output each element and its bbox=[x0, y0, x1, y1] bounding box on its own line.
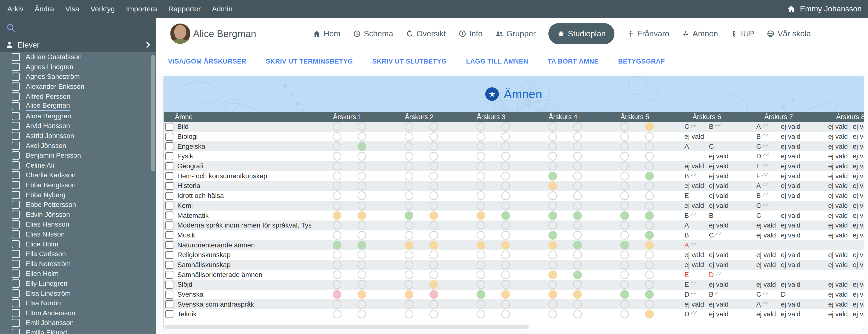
student-checkbox[interactable] bbox=[12, 82, 20, 91]
grade-cell[interactable]: ej vald bbox=[684, 261, 709, 269]
term-dot-empty[interactable] bbox=[645, 270, 654, 279]
grade-cell[interactable]: ej vald bbox=[828, 152, 853, 160]
term-dot-empty[interactable] bbox=[476, 261, 485, 269]
grade-cell[interactable]: C✓✓ bbox=[756, 202, 781, 209]
term-dot-empty[interactable] bbox=[501, 201, 510, 210]
grade-cell[interactable]: C bbox=[709, 143, 734, 151]
student-list-item[interactable]: Elias Nilsson bbox=[0, 230, 156, 239]
term-dot-empty[interactable] bbox=[358, 221, 366, 230]
term-dot-empty[interactable] bbox=[501, 280, 510, 289]
grade-cell[interactable]: ej vald bbox=[684, 162, 709, 170]
grade-cell[interactable]: ej vald bbox=[828, 172, 853, 180]
subject-checkbox[interactable] bbox=[165, 310, 174, 318]
term-dot-empty[interactable] bbox=[358, 231, 366, 240]
term-dot-filled[interactable] bbox=[645, 310, 654, 319]
grade-cell[interactable]: ej vald bbox=[853, 212, 864, 220]
term-dot-empty[interactable] bbox=[333, 270, 341, 279]
grade-cell[interactable]: B✓✓ bbox=[709, 123, 734, 131]
grade-cell[interactable]: ej vald bbox=[781, 182, 805, 190]
term-dot-empty[interactable] bbox=[573, 221, 582, 230]
subject-checkbox[interactable] bbox=[165, 271, 174, 279]
grade-cell[interactable]: ej vald bbox=[853, 172, 864, 180]
term-dot-empty[interactable] bbox=[548, 191, 557, 200]
term-dot-empty[interactable] bbox=[333, 300, 341, 309]
term-dot-empty[interactable] bbox=[548, 261, 557, 269]
term-dot-empty[interactable] bbox=[645, 300, 654, 309]
grade-cell[interactable]: ej vald bbox=[828, 192, 853, 200]
term-dot-empty[interactable] bbox=[573, 310, 582, 319]
student-checkbox[interactable] bbox=[12, 72, 20, 81]
student-checkbox[interactable] bbox=[12, 122, 20, 130]
term-dot-empty[interactable] bbox=[548, 280, 557, 289]
grade-cell[interactable]: ej vald bbox=[684, 251, 709, 259]
term-dot-empty[interactable] bbox=[429, 132, 438, 141]
grade-cell[interactable]: A✓✓ bbox=[756, 123, 781, 131]
grade-cell[interactable]: ej vald bbox=[828, 310, 853, 318]
grade-cell[interactable]: A✓✓ bbox=[756, 182, 781, 190]
term-dot-empty[interactable] bbox=[405, 201, 413, 210]
term-dot-empty[interactable] bbox=[405, 310, 413, 319]
term-dot-empty[interactable] bbox=[333, 280, 341, 289]
term-dot-empty[interactable] bbox=[429, 181, 438, 190]
term-dot-empty[interactable] bbox=[620, 221, 629, 230]
term-dot-empty[interactable] bbox=[501, 122, 510, 131]
term-dot-empty[interactable] bbox=[573, 122, 582, 131]
tab-grupper[interactable]: Grupper bbox=[495, 29, 536, 38]
term-dot-empty[interactable] bbox=[358, 132, 366, 141]
student-list-item[interactable]: Ebba Bengtsson bbox=[0, 180, 156, 190]
term-dot-empty[interactable] bbox=[476, 270, 485, 279]
term-dot-empty[interactable] bbox=[429, 142, 438, 151]
term-dot-empty[interactable] bbox=[501, 300, 510, 309]
term-dot-filled[interactable] bbox=[358, 290, 366, 299]
term-dot-filled[interactable] bbox=[645, 231, 654, 240]
subject-checkbox[interactable] bbox=[165, 261, 174, 269]
student-list-item[interactable]: Agnes Lindgren bbox=[0, 62, 156, 72]
grade-cell[interactable]: D✓✓ bbox=[684, 291, 709, 298]
term-dot-empty[interactable] bbox=[358, 122, 366, 131]
term-dot-empty[interactable] bbox=[548, 300, 557, 309]
term-dot-empty[interactable] bbox=[501, 142, 510, 151]
student-checkbox[interactable] bbox=[12, 171, 20, 179]
term-dot-filled[interactable] bbox=[358, 211, 366, 220]
action-skriv-ut-slutbetyg[interactable]: SKRIV UT SLUTBETYG bbox=[372, 58, 446, 65]
menu-verktyg[interactable]: Verktyg bbox=[91, 5, 115, 13]
student-list-item[interactable]: Alice Bergman bbox=[0, 101, 156, 111]
grade-cell[interactable]: ej vald bbox=[828, 291, 853, 298]
grade-cell[interactable]: ej vald bbox=[781, 222, 805, 229]
grade-cell[interactable]: C✓✓ bbox=[756, 291, 781, 298]
student-checkbox[interactable] bbox=[12, 279, 20, 288]
term-dot-empty[interactable] bbox=[358, 270, 366, 279]
student-checkbox[interactable] bbox=[12, 132, 20, 140]
grade-cell[interactable]: ej vald bbox=[781, 301, 805, 308]
term-dot-filled[interactable] bbox=[476, 290, 485, 299]
student-list-item[interactable]: Celine Ali bbox=[0, 161, 156, 170]
subject-checkbox[interactable] bbox=[165, 202, 174, 209]
term-dot-empty[interactable] bbox=[548, 221, 557, 230]
term-dot-empty[interactable] bbox=[429, 270, 438, 279]
term-dot-empty[interactable] bbox=[548, 162, 557, 170]
term-dot-empty[interactable] bbox=[501, 270, 510, 279]
grade-cell[interactable]: ej vald bbox=[684, 202, 709, 209]
grade-cell[interactable]: ej vald bbox=[828, 222, 853, 229]
term-dot-empty[interactable] bbox=[358, 300, 366, 309]
term-dot-filled[interactable] bbox=[429, 211, 438, 220]
subject-checkbox[interactable] bbox=[165, 291, 174, 299]
grade-cell[interactable]: ej vald bbox=[828, 202, 853, 209]
term-dot-filled[interactable] bbox=[645, 290, 654, 299]
grade-cell[interactable]: ej vald bbox=[709, 182, 734, 190]
term-dot-empty[interactable] bbox=[645, 142, 654, 151]
term-dot-empty[interactable] bbox=[645, 152, 654, 161]
menu-admin[interactable]: Admin bbox=[212, 5, 232, 13]
term-dot-empty[interactable] bbox=[405, 122, 413, 131]
grade-cell[interactable]: B✓✓ bbox=[684, 172, 709, 180]
term-dot-filled[interactable] bbox=[476, 241, 485, 249]
term-dot-empty[interactable] bbox=[476, 221, 485, 230]
term-dot-filled[interactable] bbox=[573, 290, 582, 299]
subject-checkbox[interactable] bbox=[165, 152, 174, 160]
term-dot-empty[interactable] bbox=[573, 132, 582, 141]
student-list-item[interactable]: Elton Andersson bbox=[0, 308, 156, 318]
term-dot-empty[interactable] bbox=[573, 280, 582, 289]
term-dot-empty[interactable] bbox=[620, 181, 629, 190]
term-dot-empty[interactable] bbox=[429, 231, 438, 240]
student-list-item[interactable]: Ella Nordström bbox=[0, 259, 156, 269]
